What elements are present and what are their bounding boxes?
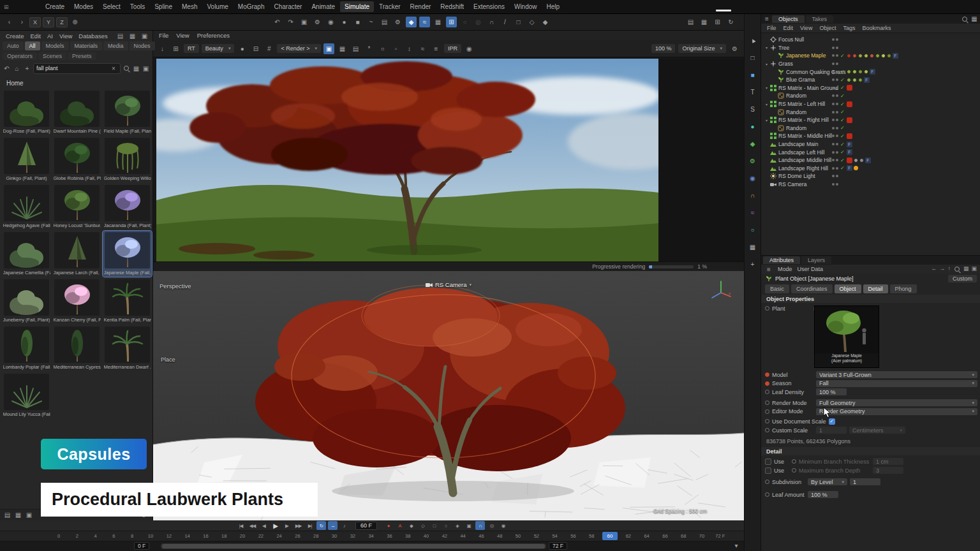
rt-button[interactable]: RT [184,44,199,53]
snap-icon[interactable]: ⊞ [446,17,457,27]
shader-sphere-icon[interactable]: ● [339,17,350,27]
subdivision-mode-dropdown[interactable]: By Level [808,478,847,485]
viewport-name-label[interactable]: Perspective [160,283,191,290]
solo-off-icon[interactable]: ◎ [487,521,496,530]
text-tool-icon[interactable]: T [747,86,759,98]
material-swatch[interactable] [859,158,864,163]
attr-menu-icon[interactable]: ≡ [765,265,773,273]
material-swatch[interactable] [854,158,858,163]
editor-mode-dropdown[interactable]: Render Geometry [816,408,977,415]
size-dropdown[interactable]: Original Size [678,44,726,53]
magnet-icon[interactable]: ∩ [486,17,497,27]
material-swatch[interactable] [858,78,863,82]
goto-end-icon[interactable]: ▶| [305,521,315,530]
menu-help[interactable]: Help [542,1,565,12]
camera-icon[interactable]: ▤ [379,17,390,27]
annotate-icon[interactable]: + [747,258,759,270]
menu-tracker[interactable]: Tracker [375,1,405,12]
attr-up-icon[interactable]: ↑ [947,265,951,273]
visibility-dot-render[interactable] [836,47,838,49]
modeling-icon[interactable]: ■ [352,17,363,27]
keyframe-dot-set[interactable] [765,381,769,386]
material-swatch[interactable] [864,70,868,74]
custom-button[interactable]: Custom [948,275,977,283]
attr-tab-attributes[interactable]: Attributes [763,256,800,264]
ab-menu-edit[interactable]: Edit [27,32,44,40]
om-search-icon[interactable] [961,15,969,23]
dock-pin-icon[interactable]: ▣ [139,31,150,41]
enabled-check[interactable]: ✓ [840,109,845,115]
object-row[interactable]: Landscape Right Hill✓F [761,165,980,173]
visibility-dot-editor[interactable] [832,78,835,81]
reset-layout-icon[interactable]: ↻ [725,17,736,27]
f-tag[interactable]: F [847,142,852,147]
object-row[interactable]: Common Quaking Grass✓F [761,68,980,76]
mode-menu[interactable]: Mode [778,266,792,272]
f-tag[interactable]: F [847,165,852,171]
goto-start-icon[interactable]: |◀ [236,521,246,530]
visibility-dot-editor[interactable] [832,143,835,145]
current-frame-marker[interactable]: 60 [602,532,618,540]
sphere-primitive-icon[interactable]: ● [747,121,759,132]
render-view-settings-icon[interactable]: ⚙ [729,43,740,54]
tag-dot[interactable] [854,166,858,170]
camera-lock-icon[interactable]: ▣ [323,43,334,54]
object-row[interactable]: Landscape Middle Hill✓F [761,156,980,165]
checker-icon[interactable]: ▤ [350,43,361,54]
timeline-ruler[interactable]: 0246810121416182022242628303234363840424… [0,531,744,541]
attr-grid-icon[interactable]: ▦ [963,265,969,273]
use-checkbox[interactable] [765,467,771,474]
om-filter-icon[interactable]: ▦ [970,15,978,23]
panel-menu-icon[interactable]: ≡ [763,15,771,23]
menu-simulate[interactable]: Simulate [340,1,374,12]
prev-frame-icon[interactable]: ◀ [259,521,269,530]
enabled-check[interactable]: ✓ [840,93,845,99]
autokey-button[interactable]: A [395,521,405,530]
visibility-dot-render[interactable] [836,54,838,57]
material-swatch[interactable] [852,54,857,58]
zoom-field[interactable]: 100 % [651,44,676,53]
keyframe-dot[interactable] [792,459,796,464]
keyframe-dot[interactable] [792,468,796,473]
menu-modes[interactable]: Modes [70,1,98,12]
enabled-check[interactable]: ✓ [840,125,845,131]
visibility-dot-render[interactable] [836,119,838,121]
visibility-dot-editor[interactable] [832,38,835,41]
cursor-tool-icon[interactable]: ▲ [745,33,760,48]
visibility-dot-editor[interactable] [832,183,835,186]
object-row[interactable]: RS Dome Light [761,172,980,180]
spline-pen-icon[interactable]: ~ [366,17,376,27]
ab-subtab-operators[interactable]: Operators [3,52,37,60]
view-grid-icon[interactable]: ▦ [14,511,22,519]
render-view-icon[interactable]: ▣ [299,17,309,27]
grid-icon[interactable]: ▦ [337,43,348,54]
workplane-icon[interactable]: □ [513,17,524,27]
enabled-check[interactable]: ✓ [840,53,845,59]
axis-lock-y[interactable]: Y [43,17,54,27]
redshift-tag[interactable] [847,85,852,91]
enabled-check[interactable]: ✓ [840,158,845,163]
object-row[interactable]: ▾RS Matrix - Left Hill✓ [761,100,980,108]
asset-item[interactable]: Globe Robinia (Fall, Pl... [52,136,101,182]
attr-tab-layers[interactable]: Layers [801,256,831,264]
object-row[interactable]: Random✓ [761,124,980,133]
menu-volume[interactable]: Volume [202,1,232,12]
filter-icon[interactable]: ≈ [417,43,428,54]
asset-item[interactable]: Kentia Palm (Fall, Plant) [103,278,152,324]
teapot-icon[interactable]: ◉ [464,43,475,54]
attr-forward-icon[interactable]: → [939,265,945,273]
material-manager-icon[interactable]: ◉ [325,17,336,27]
settings-icon[interactable]: ⚙ [392,17,403,27]
menu-select[interactable]: Select [98,1,125,12]
material-swatch[interactable] [887,54,891,58]
visibility-dot-editor[interactable] [832,151,835,154]
om-tab-takes[interactable]: Takes [806,15,834,23]
search-icon[interactable] [122,64,130,72]
ab-menu-databases[interactable]: Databases [75,32,110,40]
material-swatch[interactable] [858,54,863,58]
leaf-density-field[interactable]: 100 % [816,388,847,395]
sound-icon[interactable]: ♪ [339,521,349,530]
timeline-options-icon[interactable]: ▾ [732,541,740,550]
view-list-icon[interactable]: ▤ [3,511,11,519]
material-swatch[interactable] [847,70,851,74]
